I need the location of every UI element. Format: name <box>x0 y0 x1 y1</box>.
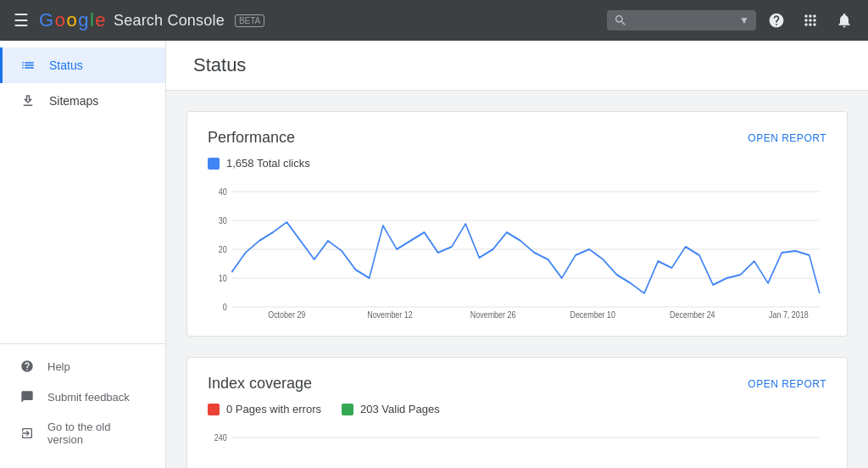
coverage-card: Index coverage OPEN REPORT 0 Pages with … <box>186 357 848 468</box>
svg-text:0: 0 <box>223 302 227 312</box>
svg-text:December 24: December 24 <box>670 309 715 319</box>
search-input[interactable] <box>632 14 734 27</box>
coverage-card-header: Index coverage OPEN REPORT <box>208 375 826 393</box>
performance-chart: 40 30 20 10 0 <box>208 183 826 319</box>
header-right: ▼ <box>607 7 858 34</box>
svg-text:October 29: October 29 <box>268 309 305 319</box>
sidebar-old-version-label: Go to the old version <box>47 421 145 446</box>
coverage-legend-valid: 203 Valid Pages <box>342 403 440 415</box>
sidebar-item-status-label: Status <box>49 58 83 72</box>
sidebar-item-status[interactable]: Status <box>0 47 165 83</box>
performance-legend: 1,658 Total clicks <box>208 157 826 170</box>
coverage-card-title: Index coverage <box>208 375 312 393</box>
svg-text:November 26: November 26 <box>470 309 516 319</box>
svg-text:40: 40 <box>219 187 227 197</box>
svg-text:Jan 7, 2018: Jan 7, 2018 <box>769 309 809 319</box>
beta-badge: BETA <box>235 14 264 27</box>
performance-card: Performance OPEN REPORT 1,658 Total clic… <box>186 111 848 337</box>
sidebar-help-label: Help <box>47 360 70 373</box>
coverage-chart: 240 180 <box>208 429 826 468</box>
sidebar-nav: Status Sitemaps <box>0 41 165 343</box>
feedback-icon <box>20 390 34 404</box>
coverage-valid-label: 203 Valid Pages <box>360 403 440 415</box>
content-area: Status Performance OPEN REPORT 1,658 Tot… <box>166 41 868 468</box>
performance-card-title: Performance <box>208 129 295 147</box>
sitemaps-icon <box>20 93 36 109</box>
page-title: Status <box>193 54 841 76</box>
svg-text:December 10: December 10 <box>570 309 615 319</box>
sidebar-feedback-label: Submit feedback <box>47 391 130 404</box>
svg-text:10: 10 <box>219 273 227 283</box>
coverage-errors-label: 0 Pages with errors <box>226 403 321 415</box>
performance-chart-svg: 40 30 20 10 0 <box>208 183 826 319</box>
google-logo: Google <box>39 9 105 31</box>
coverage-legend-errors: 0 Pages with errors <box>208 403 321 415</box>
svg-text:November 12: November 12 <box>367 309 413 319</box>
apps-icon-button[interactable] <box>797 7 824 34</box>
performance-open-report-button[interactable]: OPEN REPORT <box>748 132 826 144</box>
page-header: Status <box>166 41 868 91</box>
performance-legend-label: 1,658 Total clicks <box>226 157 310 170</box>
app-header: ☰ Google Search Console BETA ▼ <box>0 0 868 41</box>
status-icon <box>20 58 36 73</box>
coverage-open-report-button[interactable]: OPEN REPORT <box>748 378 826 390</box>
sidebar-bottom: Help Submit feedback Go to the old versi… <box>0 343 165 468</box>
svg-text:240: 240 <box>214 432 227 443</box>
sidebar-item-sitemaps[interactable]: Sitemaps <box>0 83 165 119</box>
old-version-icon <box>20 426 34 440</box>
performance-line <box>231 222 820 293</box>
notifications-icon-button[interactable] <box>831 7 858 34</box>
sidebar-help[interactable]: Help <box>0 351 165 382</box>
cards-container: Performance OPEN REPORT 1,658 Total clic… <box>166 91 868 468</box>
sidebar-feedback[interactable]: Submit feedback <box>0 382 165 412</box>
svg-text:30: 30 <box>219 215 227 226</box>
search-bar[interactable]: ▼ <box>607 10 756 31</box>
help-icon-button[interactable] <box>763 7 790 34</box>
sidebar-old-version[interactable]: Go to the old version <box>0 412 165 454</box>
svg-text:20: 20 <box>219 244 227 254</box>
performance-legend-item: 1,658 Total clicks <box>208 157 310 170</box>
search-dropdown-arrow[interactable]: ▼ <box>739 14 749 26</box>
search-icon <box>614 14 627 27</box>
performance-card-header: Performance OPEN REPORT <box>208 129 826 147</box>
performance-legend-color <box>208 158 220 170</box>
coverage-legend: 0 Pages with errors 203 Valid Pages <box>208 403 826 415</box>
main-layout: Status Sitemaps Help Submit feedba <box>0 41 868 468</box>
menu-icon[interactable]: ☰ <box>10 7 32 34</box>
header-left: ☰ Google Search Console BETA <box>10 7 607 34</box>
help-icon <box>20 359 34 373</box>
coverage-errors-color <box>208 404 220 415</box>
sidebar-item-sitemaps-label: Sitemaps <box>49 94 98 108</box>
coverage-chart-svg: 240 180 <box>208 429 826 468</box>
sidebar: Status Sitemaps Help Submit feedba <box>0 41 166 468</box>
app-title: Search Console <box>114 12 225 30</box>
coverage-valid-color <box>342 404 353 415</box>
